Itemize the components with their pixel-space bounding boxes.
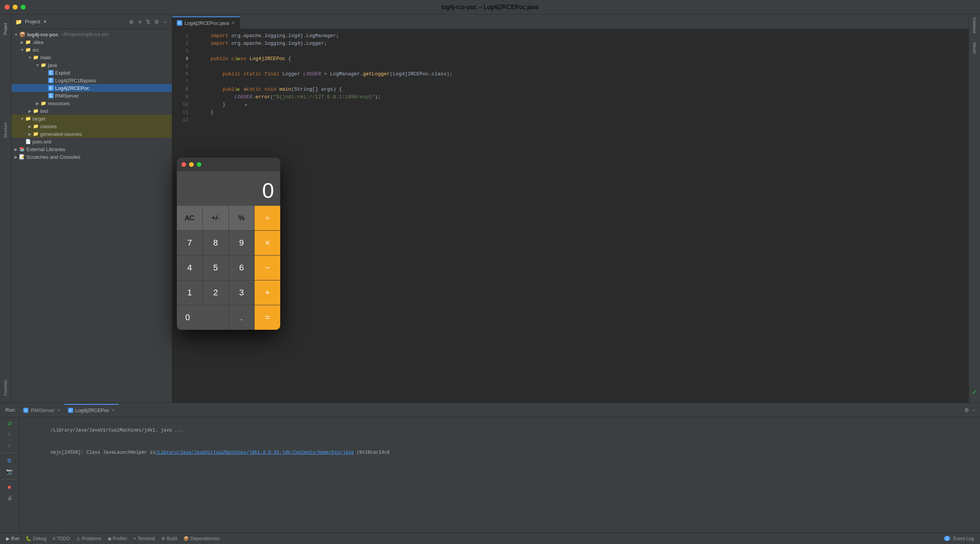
project-settings-icon[interactable]: ⚙ xyxy=(154,19,160,25)
calc-btn-5[interactable]: 5 xyxy=(203,256,229,280)
calc-btn-equals[interactable]: = xyxy=(255,305,280,330)
tree-item-src[interactable]: ▼ 📁 src xyxy=(11,46,172,54)
idea-folder-icon: 📁 xyxy=(25,39,31,45)
bottom-tab-icon-log4j2: C xyxy=(68,408,73,413)
calc-btn-plusminus[interactable]: +/- xyxy=(203,206,229,230)
tree-item-root[interactable]: ▼ 📦 log4j-rce-poc ~/Projects/log4j-rce-p… xyxy=(11,31,172,38)
console-output: /Library/Java/JavaVirtualMachines/jdk1. … xyxy=(19,417,980,533)
calc-btn-6[interactable]: 6 xyxy=(229,256,255,280)
tree-item-generated-sources[interactable]: ▶ 📁 generated-sources xyxy=(11,130,172,138)
tree-item-test[interactable]: ▶ 📁 test xyxy=(11,107,172,115)
calc-buttons: AC +/- % ÷ 7 8 9 × 4 5 6 − 1 2 3 + 0 . = xyxy=(177,206,280,330)
tree-item-rmiserver[interactable]: ▶ C RMIServer xyxy=(11,92,172,99)
print-button[interactable]: 🖨 xyxy=(5,493,14,502)
tree-item-exploit[interactable]: ▶ C Exploit xyxy=(11,69,172,77)
calc-btn-ac[interactable]: AC xyxy=(177,206,203,230)
tree-item-log4j2rcepoc[interactable]: ▶ C Log4j2RCEPoc xyxy=(11,84,172,92)
tree-item-main[interactable]: ▼ 📁 main xyxy=(11,54,172,61)
calc-btn-3[interactable]: 3 xyxy=(229,280,255,305)
main-folder-icon: 📁 xyxy=(33,55,39,60)
bottom-tab-rmiserver[interactable]: C RMIServer ✕ xyxy=(20,404,64,416)
project-align-icon[interactable]: ≡ xyxy=(137,19,143,25)
stop-button[interactable]: ■ xyxy=(5,482,14,492)
calc-btn-divide[interactable]: ÷ xyxy=(255,206,280,230)
tree-item-idea[interactable]: ▶ 📁 .idea xyxy=(11,38,172,46)
status-event-log[interactable]: 1 Event Log xyxy=(941,536,977,541)
sidebar-maven[interactable]: Maven xyxy=(970,41,979,56)
calc-btn-1[interactable]: 1 xyxy=(177,280,203,305)
calc-btn-dot[interactable]: . xyxy=(229,305,255,330)
calc-btn-minus[interactable]: − xyxy=(255,256,280,280)
scratches-icon: 📝 xyxy=(19,154,25,160)
status-run[interactable]: ▶ Run xyxy=(3,533,23,544)
ide-area: Project Structure Favorites 📁 Project ▼ … xyxy=(0,15,980,402)
sidebar-item-structure[interactable]: Structure xyxy=(1,119,10,142)
calc-close-button[interactable] xyxy=(181,162,186,167)
project-collapse-icon[interactable]: ⇅ xyxy=(145,19,151,25)
sidebar-database[interactable]: Database xyxy=(970,18,979,33)
scroll-up-button[interactable]: ↑ xyxy=(5,430,14,439)
window-maximize-button[interactable] xyxy=(21,5,26,10)
calc-btn-9[interactable]: 9 xyxy=(229,231,255,255)
status-terminal-label: Terminal xyxy=(138,536,155,541)
status-debug[interactable]: 🐛 Debug xyxy=(23,533,49,544)
bookmark-icon-line10: ◆ xyxy=(245,103,247,107)
calc-btn-2[interactable]: 2 xyxy=(203,280,229,305)
app: Project Structure Favorites 📁 Project ▼ … xyxy=(0,15,980,544)
calc-btn-multiply[interactable]: × xyxy=(255,231,280,255)
calc-btn-0[interactable]: 0 xyxy=(177,305,229,330)
status-problems-label: Problems xyxy=(82,536,101,541)
camera-button[interactable]: 📷 xyxy=(5,467,14,476)
sidebar-item-project[interactable]: Project xyxy=(1,18,10,41)
right-sidebar: Database Maven ✓ xyxy=(969,15,980,402)
rerun-button[interactable]: ↺ xyxy=(5,419,14,428)
calc-btn-8[interactable]: 8 xyxy=(203,231,229,255)
status-profiler[interactable]: ◉ Profiler xyxy=(105,533,131,544)
tree-item-pom[interactable]: ▶ 📄 pom.xml xyxy=(11,138,172,145)
bottom-tab-log4j2rcepoc[interactable]: C Log4j2RCEPoc ✕ xyxy=(64,404,119,416)
window-close-button[interactable] xyxy=(5,5,10,10)
resources-folder-icon: 📁 xyxy=(41,101,46,106)
status-terminal[interactable]: > Terminal xyxy=(131,533,158,544)
left-sidebar: Project Structure Favorites xyxy=(0,15,11,402)
calc-btn-plus[interactable]: + xyxy=(255,280,280,305)
code-area[interactable]: import org.apache.logging.log4j.LogManag… xyxy=(191,29,969,402)
status-todo[interactable]: ≡ TODO xyxy=(49,533,73,544)
calc-btn-7[interactable]: 7 xyxy=(177,231,203,255)
bottom-tab-close-log4j2[interactable]: ✕ xyxy=(111,408,115,413)
scroll-down-button[interactable]: ↓ xyxy=(5,440,14,450)
window-minimize-button[interactable] xyxy=(13,5,18,10)
code-line-12 xyxy=(195,116,969,124)
bottom-content: ↺ ↑ ↓ ⚙ 📷 ■ 🖨 /Library/Java/JavaVirtualM… xyxy=(0,417,980,533)
calc-btn-4[interactable]: 4 xyxy=(177,256,203,280)
tree-item-classes[interactable]: ▶ 📁 classes xyxy=(11,122,172,130)
project-minimize-icon[interactable]: − xyxy=(162,19,168,25)
tree-item-resources[interactable]: ▶ 📁 resources xyxy=(11,99,172,107)
run-toolbar: ↺ ↑ ↓ ⚙ 📷 ■ 🖨 xyxy=(0,417,19,533)
tree-item-target[interactable]: ▼ 📁 target xyxy=(11,115,172,122)
calc-minimize-button[interactable] xyxy=(189,162,194,167)
tab-log4j2rcepoc[interactable]: C Log4j2RCEPoc.java ✕ xyxy=(172,16,240,29)
calc-maximize-button[interactable] xyxy=(197,162,201,167)
bottom-tab-icon-rmiserver: C xyxy=(23,408,28,413)
rmiserver-file-icon: C xyxy=(48,93,54,98)
console-link-jdk[interactable]: /Library/Java/JavaVirtualMachines/jdk1.8… xyxy=(155,450,354,455)
tree-item-log4j2rc1bypass[interactable]: ▶ C Log4j2RC1Bypass xyxy=(11,77,172,84)
tree-item-java[interactable]: ▼ 📁 java xyxy=(11,61,172,69)
bottom-settings-icon[interactable]: ⚙ xyxy=(964,407,969,413)
status-build[interactable]: ⚙ Build xyxy=(158,533,180,544)
tree-item-external-libs[interactable]: ▶ 📚 External Libraries xyxy=(11,145,172,153)
src-folder-icon: 📁 xyxy=(25,47,31,52)
status-problems[interactable]: ⚠ Problems xyxy=(73,533,105,544)
sidebar-item-favorites[interactable]: Favorites xyxy=(1,376,10,399)
editor-area: C Log4j2RCEPoc.java ✕ 1 2 3 4 5 6 7 8 9 xyxy=(172,15,969,402)
bottom-tab-label-rmiserver: RMIServer xyxy=(31,407,54,413)
tab-close-button[interactable]: ✕ xyxy=(231,20,235,26)
bottom-tab-close-rmiserver[interactable]: ✕ xyxy=(57,408,60,413)
project-gear-icon[interactable]: ⊕ xyxy=(128,19,134,25)
tree-item-scratches[interactable]: ▶ 📝 Scratches and Consoles xyxy=(11,153,172,161)
status-dependencies[interactable]: 📦 Dependencies xyxy=(180,533,223,544)
calc-btn-percent[interactable]: % xyxy=(229,206,255,230)
run-config-button[interactable]: ⚙ xyxy=(5,456,14,465)
bottom-minus-icon[interactable]: − xyxy=(972,407,975,413)
